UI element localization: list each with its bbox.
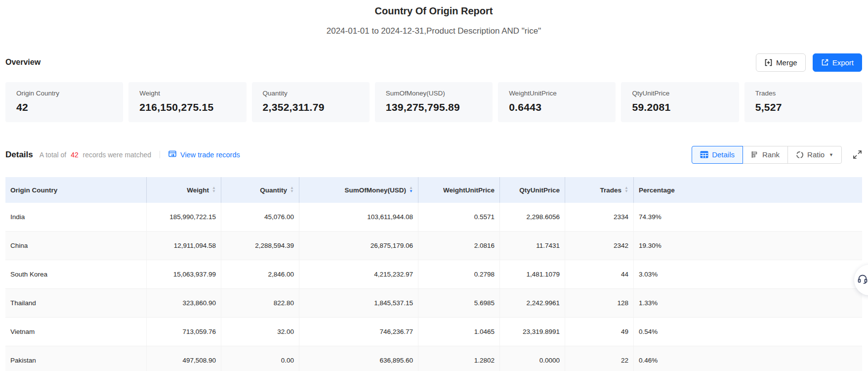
stat-card: Weight 216,150,275.15 <box>128 82 246 122</box>
stat-card: Origin Country 42 <box>5 82 123 122</box>
column-header-label: WeightUnitPrice <box>443 186 495 194</box>
report-header: Country Of Origin Report 2024-01-01 to 2… <box>5 0 862 37</box>
donut-icon <box>796 151 804 159</box>
stat-card-value: 2,352,311.79 <box>263 101 359 113</box>
column-header-weightunitprice: WeightUnitPrice <box>418 177 500 203</box>
column-header-sumofmoney-usd-[interactable]: SumOfMoney(USD)▲▼ <box>299 177 418 203</box>
table-cell: 128 <box>565 289 634 317</box>
table-cell: 1.2802 <box>418 346 500 371</box>
table-cell: 44 <box>565 260 634 288</box>
stat-card-label: Trades <box>755 89 851 97</box>
column-header-label: Origin Country <box>10 186 57 194</box>
table-cell: 4,215,232.97 <box>299 260 418 288</box>
merge-button[interactable]: Merge <box>756 53 806 72</box>
table-cell: 1.33% <box>634 289 862 317</box>
table-body: India185,990,722.1545,076.00103,611,944.… <box>5 203 862 371</box>
export-icon <box>821 58 829 66</box>
tab-rank[interactable]: Rank <box>743 146 788 164</box>
table-row: Thailand323,860.90822.801,845,537.155.69… <box>5 289 862 318</box>
merge-icon <box>764 58 773 67</box>
table-cell: 2.0816 <box>418 232 500 260</box>
stat-card-label: Origin Country <box>16 89 112 97</box>
table-cell: 2334 <box>565 203 634 231</box>
table-cell: India <box>5 203 147 231</box>
overview-bar: Overview Merge <box>5 53 862 72</box>
column-header-quantity[interactable]: Quantity▲▼ <box>221 177 299 203</box>
table-cell: 2,846.00 <box>221 260 299 288</box>
match-suffix: records were matched <box>83 151 152 159</box>
table-cell: 3.03% <box>634 260 862 288</box>
stat-card: Trades 5,527 <box>744 82 862 122</box>
export-button-label: Export <box>832 58 854 67</box>
details-table: Origin CountryWeight▲▼Quantity▲▼SumOfMon… <box>5 177 862 371</box>
tab-details[interactable]: Details <box>692 146 743 164</box>
table-cell: 32.00 <box>221 318 299 346</box>
table-cell: 497,508.90 <box>147 346 221 371</box>
match-count: 42 <box>71 151 79 159</box>
table-cell: 822.80 <box>221 289 299 317</box>
sort-icon[interactable]: ▲▼ <box>290 186 294 193</box>
stat-card-label: Quantity <box>263 89 359 97</box>
sort-icon[interactable]: ▲▼ <box>624 186 628 193</box>
column-header-label: Weight <box>187 186 209 194</box>
column-header-qtyunitprice: QtyUnitPrice <box>500 177 565 203</box>
table-cell: 74.39% <box>634 203 862 231</box>
export-button[interactable]: Export <box>813 53 862 72</box>
table-row: South Korea15,063,937.992,846.004,215,23… <box>5 260 862 289</box>
details-bar-right: DetailsRankRatio▼ <box>692 146 862 164</box>
page-title: Country Of Origin Report <box>5 4 862 17</box>
table-cell: 323,860.90 <box>147 289 221 317</box>
stat-card: Quantity 2,352,311.79 <box>252 82 370 122</box>
fullscreen-icon[interactable] <box>853 150 862 159</box>
table-cell: 22 <box>565 346 634 371</box>
column-header-weight[interactable]: Weight▲▼ <box>147 177 221 203</box>
table-header-row: Origin CountryWeight▲▼Quantity▲▼SumOfMon… <box>5 177 862 203</box>
table-cell: 2,298.6056 <box>500 203 565 231</box>
stat-card: SumOfMoney(USD) 139,275,795.89 <box>375 82 493 122</box>
view-trade-records-label: View trade records <box>180 151 240 159</box>
merge-button-label: Merge <box>776 58 797 67</box>
stat-card: QtyUnitPrice 59.2081 <box>621 82 739 122</box>
table-cell: 49 <box>565 318 634 346</box>
divider <box>160 151 160 158</box>
table-row: Pakistan497,508.900.00636,895.601.28020.… <box>5 346 862 371</box>
top-actions: Merge Export <box>756 53 862 72</box>
table-cell: South Korea <box>5 260 147 288</box>
details-bar: Details A total of 42 records were match… <box>5 145 862 164</box>
sort-icon[interactable]: ▲▼ <box>212 186 216 193</box>
stat-card-label: Weight <box>139 89 235 97</box>
details-heading: Details <box>5 150 33 160</box>
column-header-label: Trades <box>600 186 622 194</box>
table-cell: 0.0000 <box>500 346 565 371</box>
table-cell: 5.6985 <box>418 289 500 317</box>
headset-icon <box>857 273 868 287</box>
chevron-down-icon: ▼ <box>829 152 833 157</box>
table-icon <box>700 151 708 158</box>
view-trade-records-link[interactable]: View trade records <box>168 150 240 159</box>
table-cell: 11.7431 <box>500 232 565 260</box>
view-switcher: DetailsRankRatio▼ <box>692 146 842 164</box>
column-header-label: Percentage <box>639 186 675 194</box>
stat-card-label: WeightUnitPrice <box>509 89 605 97</box>
stat-card-label: SumOfMoney(USD) <box>386 89 482 97</box>
column-header-percentage: Percentage <box>634 177 862 203</box>
table-cell: 103,611,944.08 <box>299 203 418 231</box>
sort-icon[interactable]: ▲▼ <box>409 186 413 193</box>
table-cell: 2342 <box>565 232 634 260</box>
tab-label: Ratio <box>807 150 825 159</box>
table-cell: 1,845,537.15 <box>299 289 418 317</box>
overview-heading: Overview <box>5 58 41 67</box>
column-header-label: Quantity <box>260 186 287 194</box>
details-bar-left: Details A total of 42 records were match… <box>5 150 240 160</box>
column-header-trades[interactable]: Trades▲▼ <box>565 177 634 203</box>
stat-card-value: 5,527 <box>755 101 851 113</box>
column-header-label: SumOfMoney(USD) <box>345 186 407 194</box>
tab-ratio[interactable]: Ratio▼ <box>787 146 842 164</box>
trade-records-icon <box>168 150 177 159</box>
report-subtitle: 2024-01-01 to 2024-12-31,Product Descrip… <box>5 26 862 37</box>
table-cell: Vietnam <box>5 318 147 346</box>
column-header-label: QtyUnitPrice <box>519 186 560 194</box>
table-cell: 26,875,179.06 <box>299 232 418 260</box>
table-cell: 0.54% <box>634 318 862 346</box>
table-cell: Thailand <box>5 289 147 317</box>
